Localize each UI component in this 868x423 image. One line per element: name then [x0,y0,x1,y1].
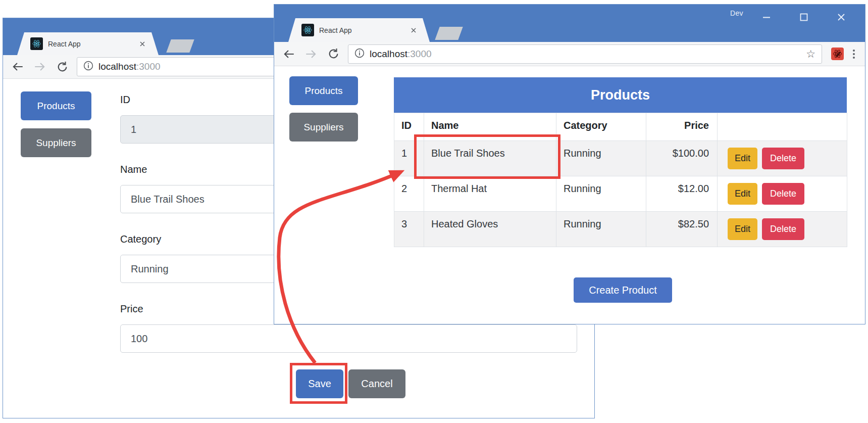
cell-category: Running [556,176,646,212]
browser-menu-icon[interactable] [853,50,855,59]
save-button[interactable]: Save [296,369,343,398]
url-text: localhost:3000 [98,61,161,72]
cell-price: $100.00 [646,141,718,176]
reload-icon[interactable] [326,46,341,62]
front-window: Dev React App [274,4,865,324]
id-label: ID [120,94,130,106]
cell-id: 3 [394,212,424,247]
table-header-row: ID Name Category Price [394,113,847,141]
window-controls [760,11,847,23]
table-row: 2 Thermal Hat Running $12.00 Edit Delete [394,176,847,212]
react-devtools-extension-icon[interactable] [831,48,844,60]
site-info-icon[interactable] [83,61,93,73]
forward-arrow-icon[interactable] [303,46,319,62]
tab-close-icon[interactable] [139,41,145,47]
col-header-category: Category [556,113,646,141]
sidebar-suppliers-button[interactable]: Suppliers [21,128,91,157]
delete-button[interactable]: Delete [762,148,804,169]
back-arrow-icon[interactable] [10,59,25,74]
window-maximize-button[interactable] [798,11,810,23]
edit-button[interactable]: Edit [728,148,757,169]
tab-title: React App [319,26,352,34]
price-label: Price [120,303,143,315]
cell-name: Thermal Hat [424,176,556,212]
col-header-price: Price [646,113,718,141]
create-product-button[interactable]: Create Product [574,277,672,303]
back-arrow-icon[interactable] [281,46,296,62]
sidebar-products-button[interactable]: Products [289,76,358,105]
front-toolbar: localhost:3000 ☆ [274,42,865,66]
cell-id: 1 [394,141,424,176]
reload-icon[interactable] [55,59,70,74]
table-row: 1 Blue Trail Shoes Running $100.00 Edit … [394,141,847,176]
table-row: 3 Heated Gloves Running $82.50 Edit Dele… [394,212,847,247]
cancel-button[interactable]: Cancel [348,369,405,398]
window-title: Dev [730,9,743,17]
price-input[interactable] [120,324,577,353]
col-header-actions [718,113,847,141]
window-minimize-button[interactable] [760,11,773,23]
cell-name: Heated Gloves [424,212,556,247]
cell-name: Blue Trail Shoes [424,141,556,176]
col-header-name: Name [424,113,556,141]
window-close-button[interactable] [835,11,847,23]
front-content: Products Suppliers Products ID Name Cate… [274,66,865,324]
site-info-icon[interactable] [354,48,365,60]
back-browser-tab[interactable]: React App [17,32,159,55]
cell-category: Running [556,212,646,247]
cell-category: Running [556,141,646,176]
new-tab-button[interactable] [435,27,463,40]
new-tab-button[interactable] [166,39,194,53]
sidebar-suppliers-button[interactable]: Suppliers [289,113,358,142]
col-header-id: ID [394,113,424,141]
bookmark-star-icon[interactable]: ☆ [806,49,815,59]
react-favicon-icon [301,24,314,36]
products-table: Products ID Name Category Price [394,77,847,247]
edit-button[interactable]: Edit [728,218,757,240]
delete-button[interactable]: Delete [762,183,804,205]
cell-price: $12.00 [646,176,718,212]
address-bar[interactable]: localhost:3000 ☆ [348,44,822,64]
front-browser-tab[interactable]: React App [288,18,430,42]
react-favicon-icon [30,37,43,50]
sidebar-products-button[interactable]: Products [21,91,91,120]
cell-price: $82.50 [646,212,718,247]
screenshot-canvas: React App localhost:3000 [0,0,868,423]
forward-arrow-icon[interactable] [32,59,47,74]
url-text: localhost:3000 [370,49,432,60]
cell-id: 2 [394,176,424,212]
table-title: Products [394,77,847,113]
tab-title: React App [48,40,81,48]
tab-close-icon[interactable] [411,27,417,33]
front-titlebar: Dev React App [274,5,865,42]
delete-button[interactable]: Delete [762,218,804,240]
category-label: Category [120,233,161,245]
edit-button[interactable]: Edit [728,183,757,205]
name-label: Name [120,164,147,175]
